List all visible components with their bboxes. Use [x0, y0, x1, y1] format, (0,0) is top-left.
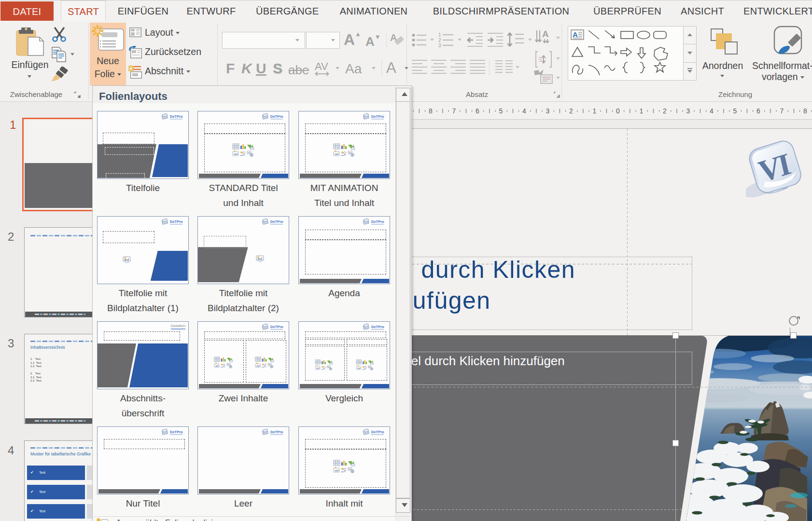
svg-text:DeTPro: DeTPro — [170, 219, 183, 224]
svg-text:0: 0 — [616, 107, 620, 115]
svg-text:5: 5 — [499, 107, 503, 115]
svg-text:6: 6 — [476, 107, 479, 115]
svg-text:2: 2 — [569, 107, 573, 115]
svg-text:DeTPro: DeTPro — [371, 325, 384, 329]
svg-text:7: 7 — [780, 107, 784, 115]
svg-text:300: 300 — [227, 364, 230, 366]
svg-text:7: 7 — [452, 107, 456, 115]
svg-text:DeTPro: DeTPro — [371, 219, 384, 224]
svg-text:DeTPro: DeTPro — [270, 325, 283, 329]
svg-text:3: 3 — [686, 107, 690, 115]
svg-text:4: 4 — [710, 107, 714, 115]
svg-text:300: 300 — [268, 364, 271, 366]
svg-text:DeTPro: DeTPro — [371, 430, 384, 434]
svg-text:5: 5 — [733, 107, 737, 115]
svg-text:DeTPro: DeTPro — [170, 430, 183, 434]
svg-text:A: A — [542, 29, 549, 39]
svg-text:DeTPro: DeTPro — [371, 114, 384, 119]
svg-text:1: 1 — [640, 107, 644, 115]
svg-text:A: A — [573, 30, 578, 39]
svg-text:DeTPro: DeTPro — [270, 114, 283, 119]
svg-text:8: 8 — [429, 107, 433, 115]
svg-text:4: 4 — [522, 107, 526, 115]
svg-text:3: 3 — [438, 43, 441, 48]
svg-text:1: 1 — [593, 107, 597, 115]
svg-text:DeTPro: DeTPro — [170, 114, 183, 119]
svg-text:DeTPro: DeTPro — [270, 219, 283, 224]
svg-text:8: 8 — [803, 107, 807, 115]
svg-text:6: 6 — [756, 107, 760, 115]
svg-text:2: 2 — [663, 107, 667, 115]
svg-text:DeTPro: DeTPro — [270, 430, 283, 434]
svg-text:1: 1 — [438, 32, 441, 38]
svg-text:2: 2 — [438, 38, 441, 43]
svg-text:3: 3 — [546, 107, 550, 115]
